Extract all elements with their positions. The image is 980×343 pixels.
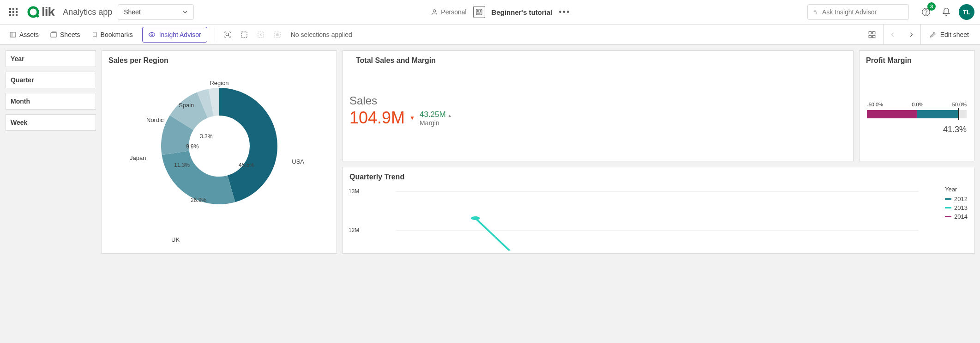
svg-rect-13 — [477, 10, 479, 12]
help-button[interactable]: 3 — [918, 4, 934, 20]
filter-week[interactable]: Week — [6, 114, 96, 131]
donut-pct-japan: 11.3% — [174, 162, 190, 168]
space-label: Personal — [441, 8, 466, 16]
legend-swatch-2014 — [945, 216, 951, 217]
chevron-right-icon — [908, 31, 914, 38]
sheets-label: Sheets — [60, 31, 80, 38]
gauge-title: Profit Margin — [860, 51, 974, 65]
edit-sheet-button[interactable]: Edit sheet — [923, 24, 975, 45]
svg-rect-4 — [12, 11, 14, 13]
filter-month[interactable]: Month — [6, 93, 96, 110]
sheets-button[interactable]: Sheets — [45, 28, 85, 41]
svg-rect-35 — [872, 35, 875, 37]
donut-pct-usa: 45.5% — [239, 162, 254, 168]
donut-label-usa: USA — [292, 158, 304, 165]
trend-ytick-1: 12M — [349, 227, 359, 233]
quarterly-trend-chart[interactable]: Quarterly Trend 13M 12M Year 2012 2013 — [343, 167, 974, 254]
sheet-dropdown[interactable]: Sheet — [118, 4, 194, 20]
filter-quarter[interactable]: Quarter — [6, 72, 96, 88]
chevron-down-icon — [182, 9, 188, 15]
notifications-button[interactable] — [938, 4, 954, 20]
clear-selections-button — [270, 27, 285, 43]
donut-svg — [150, 77, 289, 215]
dashed-selection-icon — [240, 31, 248, 39]
person-icon — [431, 8, 438, 16]
legend-swatch-2012 — [945, 198, 951, 200]
app-header: lik Analytics app Sheet Personal Beginne… — [0, 0, 980, 24]
donut-pct-uk: 26.9% — [191, 197, 206, 203]
user-avatar[interactable]: TL — [959, 4, 974, 20]
app-launcher-icon[interactable] — [6, 4, 21, 20]
sheet-nav-arrows — [883, 24, 921, 45]
sales-per-region-chart[interactable]: Sales per Region Region USA UK Japan Nor… — [102, 50, 337, 254]
svg-rect-23 — [52, 32, 56, 33]
svg-rect-33 — [872, 31, 875, 34]
trend-plot-area: 13M 12M — [350, 186, 919, 253]
legend-2014[interactable]: 2014 — [945, 213, 968, 220]
bookmark-icon — [91, 31, 98, 38]
prev-sheet-button — [884, 24, 902, 45]
svg-rect-0 — [9, 8, 11, 10]
filter-year[interactable]: Year — [6, 50, 96, 67]
bookmarks-label: Bookmarks — [101, 31, 133, 38]
svg-rect-2 — [16, 8, 18, 10]
donut-label-nordic: Nordic — [146, 116, 164, 123]
donut-label-uk: UK — [171, 236, 180, 243]
space-indicator[interactable]: Personal — [431, 8, 466, 16]
bell-icon — [942, 7, 951, 17]
total-sales-kpi[interactable]: Total Sales and Margin Sales 104.9M ▼ 43… — [343, 50, 854, 161]
donut-pct-nordic: 9.9% — [186, 143, 198, 150]
sheet-navigator-button[interactable] — [863, 24, 881, 45]
sheet-toolbar: Assets Sheets Bookmarks Insight Advisor … — [0, 24, 980, 45]
app-thumbnail-icon — [473, 6, 485, 18]
pencil-icon — [929, 31, 937, 38]
app-title: Beginner's tutorial — [492, 8, 553, 16]
bookmarks-button[interactable]: Bookmarks — [87, 28, 138, 41]
legend-2013[interactable]: 2013 — [945, 204, 968, 211]
selections-tool-button[interactable] — [236, 27, 252, 43]
next-sheet-button[interactable] — [902, 24, 920, 45]
legend-2012[interactable]: 2012 — [945, 196, 968, 202]
svg-point-25 — [226, 33, 228, 36]
qlik-logo-icon — [27, 5, 41, 19]
help-badge: 3 — [927, 2, 936, 11]
divider — [215, 28, 215, 42]
trend-ytick-0: 13M — [349, 188, 359, 195]
insight-search[interactable] — [807, 4, 909, 20]
legend-swatch-2013 — [945, 207, 951, 208]
panel-left-icon — [9, 31, 17, 38]
app-name: Analytics app — [63, 7, 112, 17]
sheet-dropdown-label: Sheet — [124, 8, 141, 16]
insight-search-input[interactable] — [821, 8, 904, 16]
kpi-trend-down-icon: ▼ — [409, 115, 415, 121]
sparkle-icon — [812, 8, 818, 16]
svg-rect-1 — [12, 8, 14, 10]
kpi-sub-trend-icon: ▲ — [448, 113, 452, 118]
smart-search-button[interactable] — [220, 27, 235, 43]
svg-point-44 — [471, 216, 480, 220]
svg-line-26 — [228, 35, 229, 36]
no-selections-label: No selections applied — [291, 31, 352, 38]
donut-legend-title: Region — [210, 80, 228, 86]
qlik-logo[interactable]: lik — [27, 5, 54, 19]
sheets-icon — [50, 31, 57, 38]
kpi-sub-value: 43.25M — [420, 110, 446, 119]
donut-label-japan: Japan — [130, 154, 146, 161]
gauge-pointer — [958, 108, 959, 120]
trend-title: Quarterly Trend — [343, 167, 974, 181]
donut-label-spain: Spain — [179, 102, 194, 109]
assets-button[interactable]: Assets — [5, 28, 43, 41]
grid-icon — [868, 31, 876, 39]
donut-title: Sales per Region — [102, 51, 337, 65]
edit-sheet-label: Edit sheet — [940, 31, 969, 38]
svg-rect-22 — [51, 33, 56, 37]
profit-margin-gauge[interactable]: Profit Margin -50.0% 0.0% 50.0% 41.3% — [859, 50, 974, 161]
insight-advisor-button[interactable]: Insight Advisor — [142, 27, 207, 43]
svg-rect-32 — [869, 31, 871, 34]
gauge-mid: 0.0% — [912, 102, 923, 107]
app-more-menu[interactable]: ••• — [559, 7, 571, 17]
step-back-icon — [257, 31, 265, 39]
search-brackets-icon — [223, 31, 232, 39]
svg-rect-3 — [9, 11, 11, 13]
svg-rect-7 — [12, 14, 14, 16]
